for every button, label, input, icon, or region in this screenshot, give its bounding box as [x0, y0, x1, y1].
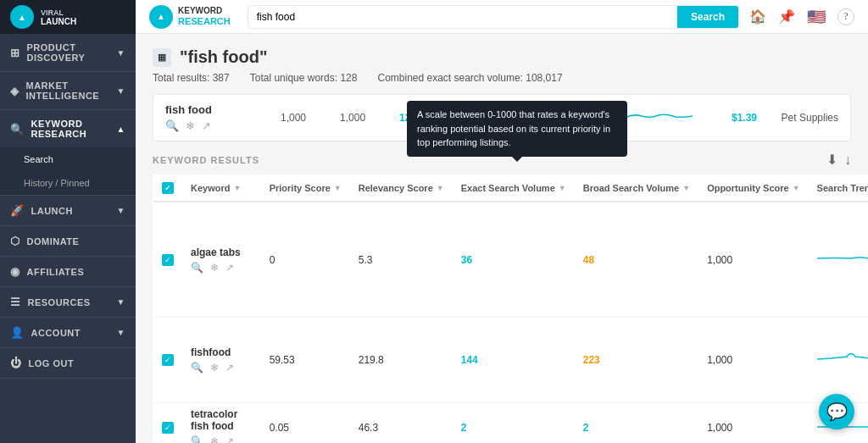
export-results-icon[interactable]: ⬇	[826, 152, 837, 168]
sidebar-item-product-discovery[interactable]: ⊞ PRODUCT DISCOVERY ▼	[0, 34, 136, 71]
sidebar-item-account[interactable]: 👤 ACCOUNT ▼	[0, 318, 136, 347]
snowflake-kw-icon[interactable]: ❄	[210, 362, 219, 374]
total-results: Total results: 387	[153, 72, 230, 84]
chevron-down-icon: ▼	[117, 297, 125, 307]
snowflake-kw-icon[interactable]: ❄	[210, 435, 219, 443]
row-checkbox-cell[interactable]: ✓	[153, 202, 183, 318]
row-broad-volume: 2	[575, 403, 698, 443]
sidebar-section-logout: ⏻ LOG OUT	[0, 348, 136, 379]
sidebar-item-logout[interactable]: ⏻ LOG OUT	[0, 348, 136, 378]
sidebar-item-dominate[interactable]: ⬡ DOMINATE	[0, 226, 136, 256]
broad-volume-link[interactable]: 48	[583, 254, 594, 266]
row-keyword-cell: fishfood 🔍 ❄ ↗	[182, 318, 261, 403]
menu-icon: ☰	[10, 296, 21, 308]
home-icon[interactable]: 🏠	[749, 8, 766, 25]
sidebar-item-label: MARKET INTELLIGENCE	[26, 80, 117, 101]
sidebar-sub-item-history[interactable]: History / Pinned	[0, 171, 136, 195]
broad-volume-link[interactable]: 223	[583, 354, 600, 366]
search-button[interactable]: Search	[677, 6, 738, 28]
header-opportunity-score[interactable]: Opportunity Score ▼	[698, 175, 808, 202]
sidebar-item-label: PRODUCT DISCOVERY	[27, 42, 117, 63]
export-kw-icon[interactable]: ↗	[225, 435, 234, 443]
keyword-name: tetracolor fish food	[191, 408, 253, 432]
sort-arrow-icon: ▼	[682, 184, 690, 192]
sidebar-item-affiliates[interactable]: ◉ AFFILIATES	[0, 257, 136, 286]
keyword-row-icons: 🔍 ❄ ↗	[191, 262, 253, 274]
sidebar-item-label: LAUNCH	[31, 206, 73, 216]
chevron-down-icon: ▼	[117, 48, 125, 58]
search-kw-icon[interactable]: 🔍	[191, 362, 203, 374]
sidebar-section-keyword-research: 🔍 KEYWORD RESEARCH ▲ Search History / Pi…	[0, 110, 136, 196]
row-priority-score: 59.53	[261, 318, 350, 403]
sort-arrow-icon: ▼	[793, 184, 800, 192]
export-kw-icon[interactable]: ↗	[225, 362, 234, 374]
sidebar-item-launch[interactable]: 🚀 LAUNCH ▼	[0, 196, 136, 225]
row-opportunity-score: 1,000	[698, 318, 808, 403]
sidebar-item-resources[interactable]: ☰ RESOURCES ▼	[0, 287, 136, 317]
row-checkbox-cell[interactable]: ✓	[153, 403, 183, 443]
exact-volume-link[interactable]: 2	[461, 422, 467, 434]
sidebar-sub-item-search[interactable]: Search	[0, 147, 136, 171]
export-kw-icon[interactable]: ↗	[225, 262, 234, 274]
select-all-checkbox[interactable]: ✓	[162, 182, 174, 194]
results-title: KEYWORD RESULTS	[153, 155, 259, 165]
broad-volume-link[interactable]: 2	[583, 422, 589, 434]
row-relevancy-score: 219.8	[350, 318, 453, 403]
keyword-name: algae tabs	[191, 246, 253, 258]
logo-line2: LAUNCH	[41, 17, 76, 26]
row-keyword-cell: algae tabs 🔍 ❄ ↗	[182, 202, 261, 318]
exact-volume-link[interactable]: 144	[461, 354, 478, 366]
logout-icon: ⏻	[10, 357, 22, 369]
snowflake-kw-icon[interactable]: ❄	[210, 262, 219, 274]
sidebar-item-label: RESOURCES	[28, 297, 91, 307]
keyword-results-table: ✓ Keyword ▼ Priority Score ▼ Relevancy S…	[153, 174, 868, 443]
chat-button[interactable]: 💬	[819, 394, 854, 429]
header-relevancy-score[interactable]: Relevancy Score ▼	[350, 175, 453, 202]
keyword-name: fishfood	[191, 346, 253, 358]
row-exact-volume: 144	[453, 318, 575, 403]
sidebar-section-market-intelligence: ◈ MARKET INTELLIGENCE ▼	[0, 72, 136, 110]
keyword-row-icons: 🔍 ❄ ↗	[191, 435, 253, 443]
chevron-down-icon: ▼	[117, 328, 125, 337]
row-checkbox[interactable]: ✓	[162, 254, 174, 266]
table-row: ✓ tetracolor fish food 🔍 ❄ ↗ 0.05 46.3 2…	[153, 403, 869, 443]
header-broad-search-volume[interactable]: Broad Search Volume ▼	[575, 175, 698, 202]
sort-arrow-icon: ▼	[334, 184, 342, 192]
brand-line2: RESEARCH	[178, 16, 231, 27]
bookmark-icon[interactable]: 📌	[778, 8, 795, 25]
export-card-icon[interactable]: ↗	[202, 119, 211, 132]
header-checkbox[interactable]: ✓	[153, 175, 183, 202]
row-checkbox[interactable]: ✓	[162, 422, 174, 434]
snowflake-card-icon[interactable]: ❄	[186, 119, 195, 132]
row-checkbox[interactable]: ✓	[162, 354, 174, 366]
chevron-up-icon: ▲	[117, 125, 125, 134]
header-keyword[interactable]: Keyword ▼	[182, 175, 261, 202]
page-title: "fish food"	[180, 47, 267, 67]
flag-icon[interactable]: 🇺🇸	[807, 8, 826, 26]
header-exact-search-volume[interactable]: Exact Search Volume ▼	[453, 175, 575, 202]
topbar: ▲ KEYWORD RESEARCH Search 🏠 📌 🇺🇸 ?	[136, 0, 868, 34]
help-icon[interactable]: ?	[837, 8, 854, 25]
brand-line1: KEYWORD	[178, 6, 231, 16]
fish-food-trend	[625, 105, 693, 130]
search-kw-icon[interactable]: 🔍	[191, 262, 203, 274]
sidebar: ▲ VIRAL LAUNCH ⊞ PRODUCT DISCOVERY ▼ ◈ M…	[0, 0, 136, 443]
search-kw-icon[interactable]: 🔍	[191, 435, 203, 443]
card-num-1: 1,000	[340, 112, 365, 124]
sidebar-item-keyword-research[interactable]: 🔍 KEYWORD RESEARCH ▲	[0, 110, 136, 147]
sidebar-item-label: AFFILIATES	[27, 267, 85, 277]
row-opportunity-score: 1,000	[698, 202, 808, 318]
page-meta: Total results: 387 Total unique words: 1…	[153, 72, 851, 84]
sidebar-item-market-intelligence[interactable]: ◈ MARKET INTELLIGENCE ▼	[0, 72, 136, 109]
row-checkbox-cell[interactable]: ✓	[153, 318, 183, 403]
exact-volume-link[interactable]: 36	[461, 254, 472, 266]
sidebar-section-resources: ☰ RESOURCES ▼	[0, 287, 136, 318]
search-input[interactable]	[248, 6, 677, 28]
table-row: ✓ algae tabs 🔍 ❄ ↗ 0 5.3 36 48 1,000 - P…	[153, 202, 869, 318]
header-priority-score[interactable]: Priority Score ▼	[261, 175, 350, 202]
results-actions: ⬇ ↓	[826, 152, 851, 168]
search-card-icon[interactable]: 🔍	[165, 119, 179, 132]
sort-arrow-icon: ▼	[437, 184, 444, 192]
download-results-icon[interactable]: ↓	[844, 152, 851, 168]
search-icon: 🔍	[10, 123, 25, 136]
